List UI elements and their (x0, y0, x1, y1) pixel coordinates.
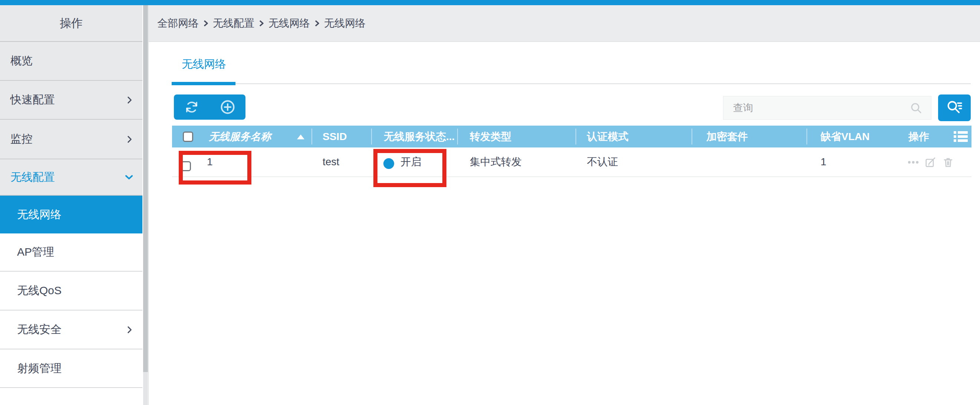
tab-wireless-network[interactable]: 无线网络 (172, 53, 236, 75)
column-header-auth-mode[interactable]: 认证模式 (587, 125, 628, 148)
sidebar-item-wireless-security[interactable]: 无线安全 (0, 311, 142, 349)
trash-icon (942, 156, 954, 168)
cell-value: 开启 (401, 155, 421, 169)
column-header-label: 认证模式 (587, 130, 628, 144)
sidebar-item-overview[interactable]: 概览 (0, 42, 142, 81)
column-header-service-status[interactable]: 无线服务状态... (384, 125, 455, 148)
column-divider (312, 129, 312, 145)
sidebar-item-label: 无线QoS (17, 283, 62, 298)
breadcrumb-item[interactable]: 无线配置 (213, 16, 255, 30)
advanced-search-icon (946, 99, 963, 116)
sidebar-item-label: 无线安全 (17, 322, 62, 337)
sidebar-scrollbar-thumb[interactable] (143, 5, 148, 372)
add-button[interactable] (216, 96, 239, 118)
column-divider (692, 129, 692, 145)
cell-value: test (323, 156, 339, 168)
sidebar-item-label: 监控 (10, 132, 33, 147)
sidebar-item-wireless-network[interactable]: 无线网络 (0, 195, 142, 233)
cell-default-vlan: 1 (821, 148, 826, 176)
sidebar-item-label: 射频管理 (17, 361, 62, 376)
cell-forward-type: 集中式转发 (470, 148, 522, 176)
sidebar-title: 操作 (0, 5, 142, 42)
column-header-service-name[interactable]: 无线服务名称 (209, 125, 304, 148)
column-header-label: 加密套件 (706, 130, 748, 144)
table-header: 无线服务名称 SSID 无线服务状态... 转发类型 认证模式 加密套件 缺省V… (172, 125, 972, 148)
more-actions-button[interactable] (907, 156, 919, 168)
sidebar-item-wireless-qos[interactable]: 无线QoS (0, 272, 142, 311)
select-all-checkbox[interactable] (183, 132, 193, 142)
breadcrumb-separator-icon (313, 19, 321, 27)
column-header-forward-type[interactable]: 转发类型 (470, 125, 511, 148)
column-header-label: 操作 (908, 130, 929, 144)
table-row: 1 test 开启 集中式转发 不认证 1 (172, 148, 972, 177)
column-divider (457, 129, 458, 145)
sidebar-item-monitoring[interactable]: 监控 (0, 120, 142, 159)
chevron-right-icon (124, 135, 134, 144)
search-box (723, 96, 931, 120)
sidebar-item-probe[interactable]: 探针 (0, 388, 142, 405)
column-header-default-vlan[interactable]: 缺省VLAN (821, 125, 870, 148)
chevron-down-icon (124, 172, 134, 182)
column-divider (807, 129, 807, 145)
column-header-cipher-suite[interactable]: 加密套件 (706, 125, 748, 148)
cell-value: 不认证 (587, 155, 618, 169)
refresh-icon (183, 99, 200, 115)
advanced-search-button[interactable] (938, 94, 971, 121)
column-header-label: 无线服务名称 (209, 130, 271, 144)
sidebar-item-label: 概览 (10, 53, 33, 68)
column-header-label: 转发类型 (470, 130, 511, 144)
sort-asc-icon (297, 135, 304, 139)
column-header-label: 无线服务状态... (384, 130, 455, 144)
sidebar-item-wireless-config[interactable]: 无线配置 (0, 159, 142, 195)
delete-button[interactable] (942, 156, 954, 168)
search-icon[interactable] (910, 102, 923, 115)
toolbar (174, 94, 245, 120)
edit-icon (924, 156, 936, 168)
sidebar-item-quick-config[interactable]: 快速配置 (0, 81, 142, 120)
breadcrumb-item[interactable]: 无线网络 (269, 16, 310, 30)
cell-auth-mode: 不认证 (587, 148, 618, 176)
cell-value: 集中式转发 (470, 155, 522, 169)
panel-divider (148, 5, 149, 405)
tab-label: 无线网络 (182, 57, 226, 72)
sidebar-item-rf-management[interactable]: 射频管理 (0, 349, 142, 388)
breadcrumb-item: 无线网络 (324, 16, 366, 30)
sidebar-item-label: AP管理 (17, 245, 54, 260)
ellipsis-icon (907, 156, 919, 168)
column-divider (576, 129, 576, 145)
edit-button[interactable] (924, 156, 936, 168)
status-on-icon (383, 158, 394, 169)
refresh-button[interactable] (181, 96, 203, 118)
tab-active-underline (172, 82, 235, 85)
list-icon (954, 131, 968, 142)
chevron-right-icon (124, 325, 134, 335)
breadcrumb: 全部网络 无线配置 无线网络 无线网络 (149, 5, 980, 42)
chevron-right-icon (124, 95, 134, 105)
cell-service-name: 1 (207, 148, 213, 176)
column-settings-button[interactable] (954, 131, 968, 142)
search-input[interactable] (724, 96, 931, 119)
sidebar-item-label: 快速配置 (10, 92, 55, 108)
sidebar-item-label: 无线配置 (10, 170, 55, 185)
cell-value: 1 (821, 156, 826, 168)
app-window: 操作 概览 快速配置 监控 无线配置 无线网络 AP管理 无线QoS 无线安全 (0, 0, 980, 405)
top-accent-bar (0, 0, 980, 5)
breadcrumb-item[interactable]: 全部网络 (157, 16, 199, 30)
sidebar-item-ap-management[interactable]: AP管理 (0, 233, 142, 272)
column-header-label: SSID (323, 131, 347, 143)
column-header-ssid[interactable]: SSID (323, 125, 347, 148)
column-header-label: 缺省VLAN (821, 130, 870, 144)
cell-service-status: 开启 (401, 148, 421, 176)
sidebar-item-label: 无线网络 (17, 207, 62, 222)
tab-baseline (235, 83, 971, 84)
column-header-actions: 操作 (908, 125, 929, 148)
breadcrumb-separator-icon (258, 19, 265, 27)
column-divider (371, 129, 372, 145)
sidebar-title-label: 操作 (60, 16, 83, 31)
cell-value: 1 (207, 156, 213, 168)
plus-circle-icon (220, 99, 236, 115)
breadcrumb-separator-icon (202, 19, 210, 27)
row-checkbox[interactable] (181, 161, 191, 171)
cell-ssid: test (323, 148, 339, 176)
